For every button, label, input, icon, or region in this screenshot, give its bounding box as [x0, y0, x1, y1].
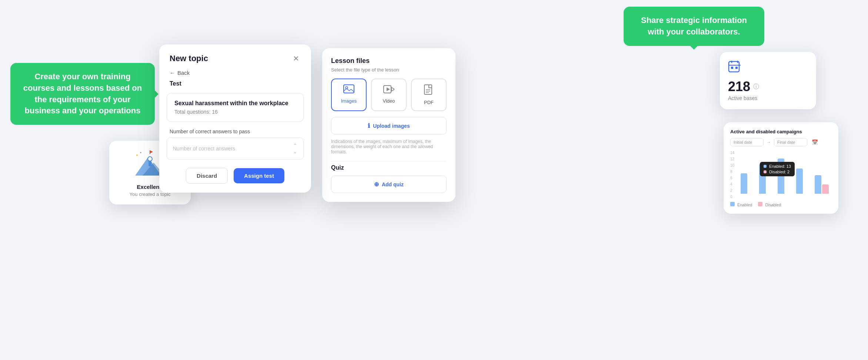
add-quiz-button[interactable]: ⊕ Add quiz: [331, 176, 447, 193]
speech-bubble-left-text: Create your own training courses and les…: [23, 72, 142, 115]
tooltip-enabled: Enabled: 13: [764, 164, 791, 169]
bar-enabled-4: [796, 169, 803, 194]
file-type-video[interactable]: Video: [371, 79, 407, 111]
video-icon: [383, 84, 394, 95]
back-link[interactable]: ← Back: [159, 64, 311, 79]
upload-hint: Indications of the images, maximum of im…: [331, 139, 447, 154]
legend-disabled-label: Disabled: [765, 203, 781, 207]
tooltip-disabled-dot: [764, 170, 767, 173]
legend-enabled-dot: [730, 202, 735, 206]
test-card-title: Sexual harassment within the workplace: [174, 100, 296, 107]
svg-rect-22: [731, 67, 733, 69]
svg-point-2: [148, 157, 152, 161]
field-label: Number of correct answers to pass: [159, 122, 311, 137]
svg-point-4: [136, 154, 138, 156]
lesson-files-title: Lesson files: [331, 57, 447, 65]
speech-bubble-left: Create your own training courses and les…: [10, 63, 155, 125]
chart-filters: Initial date → Final date 📅: [730, 138, 832, 146]
bar-enabled-5: [815, 175, 821, 194]
tooltip-enabled-dot: [764, 165, 767, 168]
legend-disabled: Disabled: [758, 202, 781, 207]
svg-rect-23: [735, 67, 738, 69]
add-quiz-label: Add quiz: [382, 181, 404, 187]
final-date-input[interactable]: Final date: [774, 138, 807, 146]
tooltip-disabled: Disabled: 2: [764, 170, 791, 174]
pdf-label: PDF: [424, 100, 434, 105]
modal-title: New topic: [170, 54, 208, 63]
chart-legend: Enabled Disabled: [730, 202, 832, 207]
correct-answers-select[interactable]: Number of correct answers ⌃⌄: [167, 137, 304, 160]
close-button[interactable]: ✕: [291, 53, 301, 64]
bar-group-4: [796, 169, 813, 194]
svg-rect-18: [729, 61, 739, 72]
speech-bubble-top: Share strategic information with your co…: [624, 7, 764, 46]
modal-new-topic: New topic ✕ ← Back Test Sexual harassmen…: [159, 44, 311, 193]
svg-marker-12: [391, 87, 394, 91]
svg-marker-8: [150, 150, 153, 153]
chart-tooltip: Enabled: 13 Disabled: 2: [760, 162, 795, 176]
quiz-title: Quiz: [331, 164, 447, 171]
card-lesson-files: Lesson files Select the file type of the…: [322, 48, 455, 202]
bar-disabled-5: [822, 184, 829, 194]
file-types-row: Images Video: [331, 79, 447, 111]
chart-area: 14 12 10 8 6 4 2 0: [730, 151, 832, 199]
legend-enabled-label: Enabled: [737, 203, 752, 207]
images-icon: [343, 84, 354, 95]
file-type-pdf[interactable]: PDF: [411, 79, 447, 111]
active-bases-icon: [728, 60, 808, 76]
chart-y-labels: 14 12 10 8 6 4 2 0: [730, 151, 738, 199]
section-label: Test: [159, 79, 311, 93]
card-active-bases: 218 ⓘ Active bases: [720, 52, 816, 109]
svg-marker-13: [387, 87, 390, 91]
speech-bubble-top-text: Share strategic information with your co…: [641, 16, 747, 36]
video-label: Video: [383, 98, 395, 104]
back-arrow-icon: ←: [170, 70, 175, 76]
modal-footer: Discard Assign test: [159, 160, 311, 193]
back-label: Back: [177, 70, 190, 76]
modal-header: New topic ✕: [159, 44, 311, 64]
calendar-icon: 📅: [812, 139, 818, 145]
images-label: Images: [341, 98, 357, 104]
bar-group-1: [741, 173, 758, 194]
info-icon: ⓘ: [753, 83, 759, 91]
bar-group-5: [815, 175, 832, 194]
bar-enabled-1: [741, 173, 747, 194]
divider: [331, 161, 447, 161]
date-arrow-icon: →: [767, 140, 771, 145]
select-arrow-icon: ⌃⌄: [293, 143, 297, 154]
active-bases-label: Active bases: [728, 95, 808, 101]
scene: Share strategic information with your co…: [0, 0, 868, 360]
active-bases-number: 218 ⓘ: [728, 79, 808, 94]
test-card: Sexual harassment within the workplace T…: [167, 93, 304, 122]
legend-disabled-dot: [758, 202, 762, 206]
upload-label: Upload images: [373, 123, 410, 129]
svg-rect-9: [344, 85, 354, 93]
svg-rect-3: [148, 161, 151, 166]
file-type-images[interactable]: Images: [331, 79, 367, 111]
assign-test-button[interactable]: Assign test: [234, 168, 284, 183]
chart-title: Active and disabled campaigns: [730, 129, 832, 134]
legend-enabled: Enabled: [730, 202, 752, 207]
card-campaign-chart: Active and disabled campaigns Initial da…: [724, 122, 838, 214]
add-quiz-icon: ⊕: [374, 181, 379, 188]
upload-icon: ℹ: [368, 122, 370, 129]
upload-images-button[interactable]: ℹ Upload images: [331, 117, 447, 134]
svg-point-6: [140, 152, 141, 153]
correct-answers-placeholder: Number of correct answers: [173, 146, 235, 151]
initial-date-input[interactable]: Initial date: [730, 138, 764, 146]
pdf-icon: [424, 84, 434, 97]
test-card-meta: Total questions: 16: [174, 109, 296, 115]
lesson-files-subtitle: Select the file type of the lesson: [331, 67, 447, 73]
discard-button[interactable]: Discard: [186, 168, 228, 184]
